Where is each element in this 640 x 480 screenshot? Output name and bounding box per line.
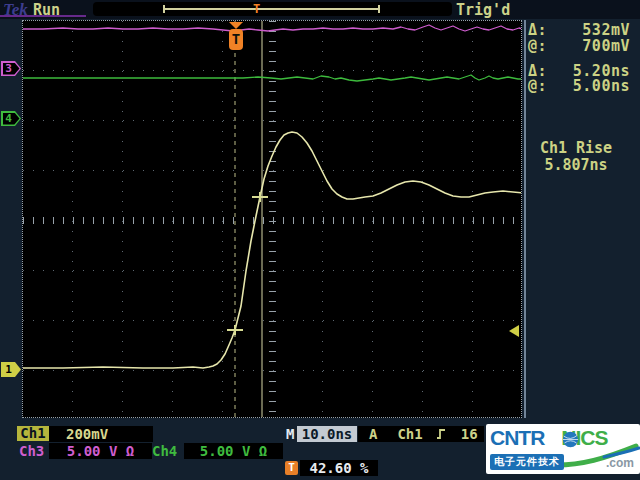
- trigger-source: Ch1: [397, 426, 422, 442]
- trigger-t-icon: T: [285, 461, 298, 475]
- cursor-at-voltage-row: @: 700mV: [528, 37, 630, 55]
- trigger-position-badge[interactable]: T: [229, 29, 243, 50]
- record-view-right-bracket: [378, 5, 380, 13]
- measurement-label: Ch1 Rise: [518, 140, 634, 157]
- at-icon: @:: [528, 77, 547, 95]
- record-view-left-bracket: [163, 5, 165, 13]
- trigger-position-percent: 42.60 %: [300, 460, 378, 476]
- logo-tagline: 电子元件技术: [490, 454, 564, 470]
- cursor-at-time: 5.00ns: [573, 77, 630, 95]
- ch3-ground-marker[interactable]: 3: [1, 61, 21, 76]
- trigger-a-label: A: [369, 426, 377, 442]
- trigger-position-arrow-icon[interactable]: [229, 22, 243, 29]
- ch3-channel-label[interactable]: Ch3: [19, 443, 44, 459]
- record-view-line: [163, 8, 380, 10]
- cursor-2-cross-icon: [259, 192, 261, 202]
- ch1-channel-badge[interactable]: Ch1: [17, 426, 49, 441]
- oscilloscope-screen: Tek Run T Trig'd T: [0, 0, 640, 480]
- trigger-level-partial: 16: [461, 426, 478, 442]
- graticule-right-edge-strip: [524, 20, 526, 418]
- tek-logo: Tek: [3, 0, 28, 20]
- graticule: T: [22, 20, 522, 418]
- ch4-ground-marker[interactable]: 4: [1, 111, 21, 126]
- trigger-readout: A Ch1 16: [358, 426, 484, 442]
- cntronics-logo[interactable]: CNTRNICS 电子元件技术 .com: [486, 424, 640, 474]
- ch4-trace: [23, 75, 521, 81]
- ch3-trace: [23, 25, 521, 31]
- ch1-trace: [23, 132, 521, 368]
- measurement-value: 5.807ns: [518, 157, 634, 174]
- ch4-scale-readout: 5.00 V Ω: [184, 443, 283, 459]
- timebase-readout[interactable]: 10.0ns: [297, 426, 357, 442]
- logo-tld: .com: [606, 456, 634, 470]
- ch3-scale-readout: 5.00 V Ω: [49, 443, 152, 459]
- trigger-level-arrow-icon[interactable]: [509, 325, 519, 337]
- record-view-bar: T: [93, 2, 452, 16]
- logo-wordmark: CNTRNICS: [490, 426, 608, 450]
- acquisition-status: Run: [33, 1, 60, 19]
- ch1-scale-readout: 200mV: [49, 426, 153, 442]
- trigger-status: Trig'd: [456, 1, 510, 19]
- record-trigger-position-icon: T: [253, 3, 265, 15]
- rising-edge-icon: [435, 428, 447, 440]
- waveform-layer: [23, 21, 521, 417]
- globe-icon: [562, 431, 579, 448]
- ch4-channel-label[interactable]: Ch4: [152, 443, 177, 459]
- timebase-label: M: [286, 426, 294, 442]
- at-icon: @:: [528, 37, 547, 55]
- measurement-readout: Ch1 Rise 5.807ns: [518, 140, 634, 174]
- cursor-1-cross-icon: [234, 325, 236, 335]
- cursor-at-time-row: @: 5.00ns: [528, 77, 630, 95]
- cursor-at-voltage: 700mV: [582, 37, 630, 55]
- ch1-ground-marker[interactable]: 1: [1, 362, 21, 377]
